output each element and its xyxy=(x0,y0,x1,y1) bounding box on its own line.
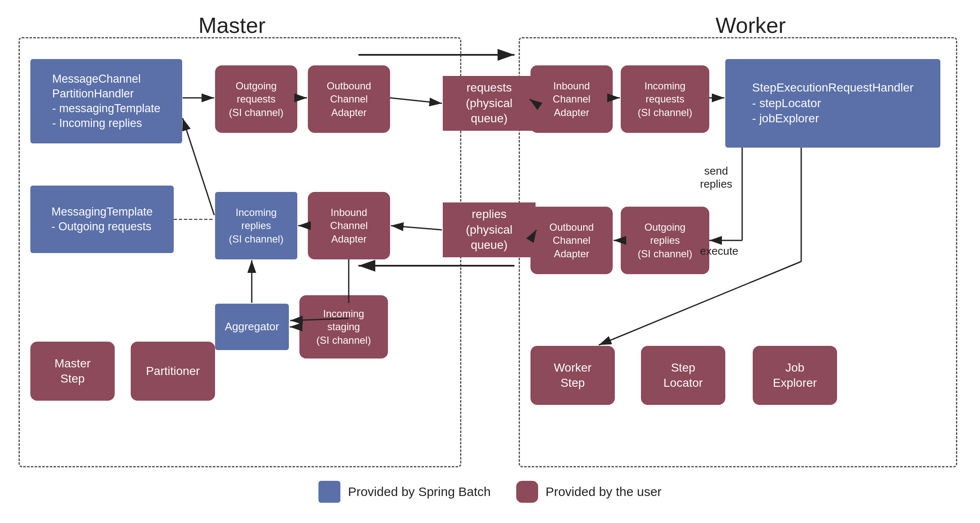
master-step: Master Step xyxy=(30,342,115,401)
master-inbound-channel-adapter: Inbound Channel Adapter xyxy=(308,192,390,259)
legend-swatch-blue xyxy=(318,481,340,503)
legend-spring-batch: Provided by Spring Batch xyxy=(318,481,491,503)
aggregator: Aggregator xyxy=(215,304,289,350)
legend-swatch-pink xyxy=(516,481,538,503)
execute-label: execute xyxy=(700,245,738,258)
legend-user: Provided by the user xyxy=(516,481,662,503)
messaging-template: MessagingTemplate - Outgoing requests xyxy=(30,186,174,253)
worker-incoming-requests-channel: Incoming requests (SI channel) xyxy=(621,65,709,133)
worker-outbound-channel-adapter: Outbound Channel Adapter xyxy=(530,207,613,274)
worker-title: Worker xyxy=(603,13,898,38)
job-explorer: Job Explorer xyxy=(753,346,837,405)
incoming-staging-channel: Incoming staging (SI channel) xyxy=(299,295,388,359)
master-outbound-channel-adapter: Outbound Channel Adapter xyxy=(308,65,390,133)
replies-queue: replies (physical queue) xyxy=(443,202,536,257)
worker-inbound-channel-adapter: Inbound Channel Adapter xyxy=(530,65,613,133)
outgoing-requests-channel: Outgoing requests (SI channel) xyxy=(215,65,297,133)
worker-outgoing-replies-channel: Outgoing replies (SI channel) xyxy=(621,207,709,274)
partitioner: Partitioner xyxy=(131,342,215,401)
master-title: Master xyxy=(110,13,354,38)
message-channel-partition-handler: MessageChannel PartitionHandler - messag… xyxy=(30,59,182,143)
worker-step: Worker Step xyxy=(530,346,615,405)
step-execution-request-handler: StepExecutionRequestHandler - stepLocato… xyxy=(725,59,940,148)
send-replies-label: send replies xyxy=(700,164,732,191)
diagram-container: Master Worker MessageChannel PartitionHa… xyxy=(0,0,980,523)
requests-queue: requests (physical queue) xyxy=(443,76,536,131)
incoming-replies-channel: Incoming replies (SI channel) xyxy=(215,192,297,259)
legend: Provided by Spring Batch Provided by the… xyxy=(318,481,662,503)
step-locator: Step Locator xyxy=(641,346,725,405)
